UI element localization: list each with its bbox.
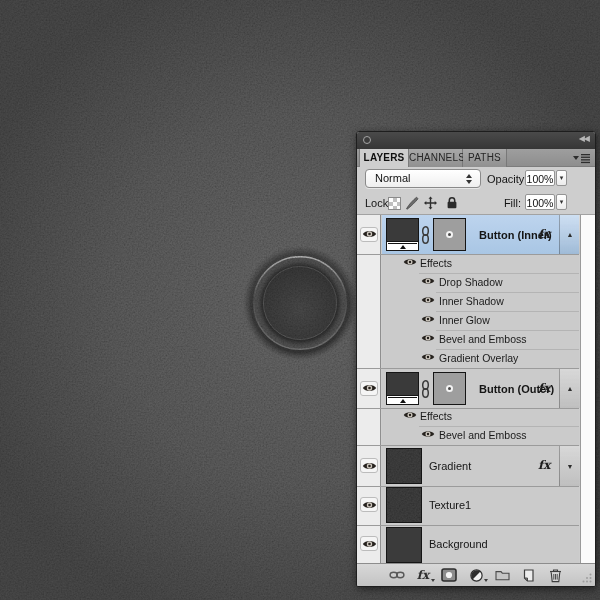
- panel-titlebar[interactable]: ◀◀: [357, 132, 595, 149]
- delete-layer-button[interactable]: [547, 567, 563, 583]
- layer-name[interactable]: Texture1: [429, 498, 471, 512]
- folder-icon: [495, 569, 510, 581]
- eye-icon: [362, 229, 377, 239]
- visibility-toggle[interactable]: [360, 536, 378, 551]
- layer-name[interactable]: Gradient: [429, 459, 471, 473]
- lock-position-move-icon[interactable]: [423, 196, 438, 210]
- tab-layers[interactable]: LAYERS: [359, 149, 409, 167]
- opacity-label: Opacity:: [487, 167, 527, 191]
- lock-options-row: Lock: Fill: 100% ▾: [357, 191, 595, 215]
- layer-mask-icon: [441, 568, 457, 582]
- collapse-panel-icon[interactable]: ◀◀: [579, 134, 589, 143]
- effect-row-bevel-emboss[interactable]: Bevel and Emboss: [357, 426, 579, 445]
- effect-row-inner-shadow[interactable]: Inner Shadow: [357, 292, 579, 311]
- effect-label: Bevel and Emboss: [439, 333, 527, 345]
- layer-effects-fx-icon[interactable]: fx: [538, 381, 550, 395]
- dropdown-caret-icon: [484, 579, 488, 582]
- eye-icon: [362, 539, 377, 549]
- layer-thumbnail[interactable]: [386, 372, 419, 405]
- fx-icon: fx: [417, 568, 429, 582]
- thumbnail-gradient-strip: [387, 241, 418, 250]
- effect-row-inner-glow[interactable]: Inner Glow: [357, 311, 579, 330]
- effect-row-bevel-emboss[interactable]: Bevel and Emboss: [357, 330, 579, 349]
- visibility-toggle[interactable]: [360, 458, 378, 473]
- effect-label: Inner Glow: [439, 314, 490, 326]
- lock-transparency-icon[interactable]: [388, 197, 401, 210]
- panel-menu-icon[interactable]: [573, 153, 591, 164]
- eye-icon[interactable]: [421, 314, 435, 324]
- layer-mask-thumbnail[interactable]: [433, 372, 466, 405]
- thumbnail-gradient-strip: [387, 395, 418, 404]
- new-layer-button[interactable]: [520, 567, 536, 583]
- eye-icon[interactable]: [421, 276, 435, 286]
- effect-label: Bevel and Emboss: [439, 429, 527, 441]
- effects-label: Effects: [420, 257, 452, 269]
- layer-thumbnail[interactable]: [386, 527, 422, 563]
- layer-row-button-outer[interactable]: Button (Outer) fx ▲: [357, 368, 579, 409]
- lock-pixels-brush-icon[interactable]: [405, 196, 419, 210]
- blend-mode-stepper-icon: [466, 174, 473, 184]
- mask-circle: [446, 231, 453, 238]
- tab-channels[interactable]: CHANNELS: [409, 149, 463, 167]
- blend-mode-select[interactable]: Normal: [365, 169, 481, 188]
- tab-paths[interactable]: PATHS: [463, 149, 507, 167]
- blend-mode-value: Normal: [375, 172, 410, 184]
- add-layer-style-button[interactable]: fx: [415, 567, 431, 583]
- eye-icon: [362, 461, 377, 471]
- layer-name[interactable]: Background: [429, 537, 488, 551]
- visibility-toggle[interactable]: [360, 497, 378, 512]
- lock-all-padlock-icon[interactable]: [445, 196, 459, 210]
- layer-thumbnail[interactable]: [386, 487, 422, 523]
- visibility-toggle[interactable]: [360, 381, 378, 396]
- eye-icon[interactable]: [421, 352, 435, 362]
- effects-header-row[interactable]: Effects: [357, 407, 579, 426]
- panel-tabbar: LAYERS CHANNELS PATHS: [357, 149, 595, 167]
- effects-header-row[interactable]: Effects: [357, 254, 579, 273]
- link-layers-button[interactable]: [389, 567, 405, 583]
- scrollbar-track[interactable]: [580, 215, 595, 563]
- chain-icon: [389, 570, 405, 580]
- mask-circle: [446, 385, 453, 392]
- collapse-effects-arrow[interactable]: ▲: [559, 369, 580, 408]
- layer-effects-fx-icon[interactable]: fx: [538, 458, 550, 472]
- layer-row-background[interactable]: Background: [357, 525, 579, 563]
- eye-icon[interactable]: [421, 295, 435, 305]
- effect-row-drop-shadow[interactable]: Drop Shadow: [357, 273, 579, 292]
- fill-label: Fill:: [477, 191, 521, 215]
- add-layer-mask-button[interactable]: [441, 567, 457, 583]
- layer-mask-thumbnail[interactable]: [433, 218, 466, 251]
- photoshop-workspace: ◀◀ LAYERS CHANNELS PATHS Normal Opacity:…: [0, 0, 600, 600]
- opacity-input[interactable]: 100%: [525, 170, 555, 186]
- panel-resize-grip[interactable]: [582, 573, 592, 583]
- layer-thumbnail[interactable]: [386, 448, 422, 484]
- trash-icon: [549, 568, 562, 583]
- layer-row-gradient[interactable]: Gradient fx ▼: [357, 445, 579, 487]
- effect-label: Drop Shadow: [439, 276, 503, 288]
- dropdown-caret-icon: [431, 579, 435, 582]
- effect-label: Gradient Overlay: [439, 352, 518, 364]
- fill-input[interactable]: 100%: [525, 194, 555, 210]
- layer-thumbnail[interactable]: [386, 218, 419, 251]
- layer-row-button-inner[interactable]: Button (Inner) fx ▲: [357, 215, 579, 255]
- effect-row-gradient-overlay[interactable]: Gradient Overlay: [357, 349, 579, 368]
- fill-dropdown-icon[interactable]: ▾: [556, 194, 567, 210]
- adjustment-layer-button[interactable]: [468, 567, 484, 583]
- visibility-toggle[interactable]: [360, 227, 378, 242]
- layers-toolbar: fx: [357, 563, 595, 586]
- eye-icon[interactable]: [403, 257, 417, 267]
- effect-label: Inner Shadow: [439, 295, 504, 307]
- layer-effects-fx-icon[interactable]: fx: [538, 227, 550, 241]
- new-group-button[interactable]: [494, 567, 510, 583]
- eye-icon[interactable]: [403, 410, 417, 420]
- collapse-effects-arrow[interactable]: ▲: [559, 215, 580, 254]
- eye-icon[interactable]: [421, 333, 435, 343]
- expand-effects-arrow[interactable]: ▼: [559, 446, 580, 486]
- eye-icon[interactable]: [421, 429, 435, 439]
- layers-panel: ◀◀ LAYERS CHANNELS PATHS Normal Opacity:…: [356, 131, 596, 587]
- layers-list: Button (Inner) fx ▲ Effects Drop Sh: [357, 215, 595, 563]
- layer-row-texture1[interactable]: Texture1: [357, 485, 579, 526]
- panel-close-button[interactable]: [363, 136, 371, 144]
- effects-label: Effects: [420, 410, 452, 422]
- opacity-dropdown-icon[interactable]: ▾: [556, 170, 567, 186]
- eye-icon: [362, 383, 377, 393]
